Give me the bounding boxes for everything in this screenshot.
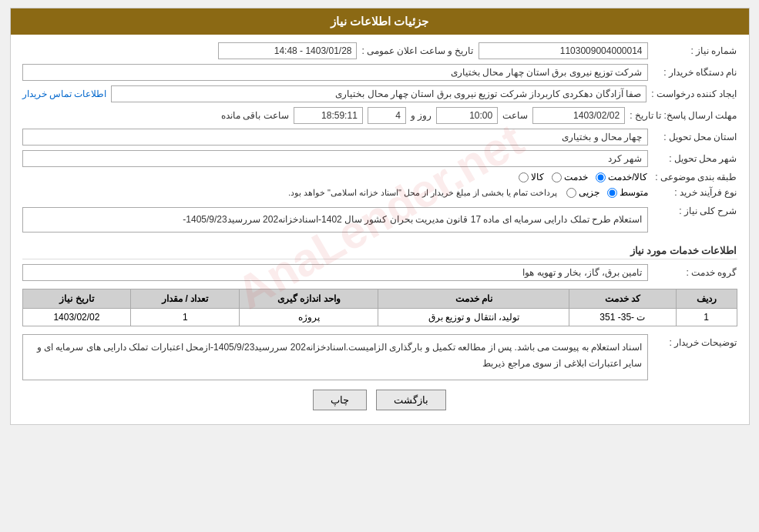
- need-description-text: استعلام طرح تملک دارایی سرمایه ای ماده 1…: [22, 207, 648, 233]
- category-goods-radio[interactable]: [519, 172, 529, 182]
- category-service-label: خدمت: [564, 172, 588, 182]
- deadline-remaining-label: ساعت باقی مانده: [221, 110, 289, 121]
- table-row: 1ت -35- 351تولید، انتقال و توزیع برقپروژ…: [22, 309, 737, 326]
- province-value: چهار محال و بختیاری: [22, 129, 648, 146]
- deadline-days: 4: [368, 107, 406, 124]
- table-cell-qty: 1: [131, 309, 240, 326]
- date-announce-label: تاریخ و ساعت اعلان عمومی :: [361, 45, 473, 56]
- services-table-section: ردیف کد خدمت نام خدمت واحد اندازه گیری ت…: [22, 289, 737, 326]
- contact-link[interactable]: اطلاعات تماس خریدار: [22, 89, 107, 99]
- deadline-time-label: ساعت: [502, 110, 528, 121]
- process-medium[interactable]: متوسط: [607, 187, 648, 198]
- process-row: نوع فرآیند خرید : جزیی متوسط پرداخت تمام…: [22, 187, 737, 198]
- table-cell-unit: پروژه: [240, 309, 378, 326]
- city-row: شهر محل تحویل : شهر کرد: [22, 150, 737, 167]
- need-description-row: شرح کلی نیاز : استعلام طرح تملک دارایی س…: [22, 202, 737, 237]
- service-group-value: تامین برق، گاز، بخار و تهویه هوا: [22, 264, 648, 281]
- province-row: استان محل تحویل : چهار محال و بختیاری: [22, 129, 737, 146]
- city-value: شهر کرد: [22, 150, 648, 167]
- requester-row: ایجاد کننده درخواست : صفا آزادگان دهکردی…: [22, 85, 737, 102]
- col-row: ردیف: [676, 289, 737, 309]
- requester-value: صفا آزادگان دهکردی کاربرداز شرکت توزیع ن…: [111, 85, 646, 102]
- services-table: ردیف کد خدمت نام خدمت واحد اندازه گیری ت…: [22, 289, 737, 326]
- category-both-radio[interactable]: [596, 172, 606, 182]
- col-code: کد خدمت: [569, 289, 676, 309]
- buyer-org-value: شرکت توزیع نیروی برق استان چهار محال بخت…: [22, 64, 648, 81]
- category-goods-label: کالا: [531, 172, 544, 182]
- button-row: بازگشت چاپ: [22, 390, 737, 410]
- deadline-day-label: روز و: [411, 110, 432, 121]
- col-qty: تعداد / مقدار: [131, 289, 240, 309]
- process-note: پرداخت تمام یا بخشی از مبلغ خریدار از مح…: [288, 188, 558, 198]
- page-container: AnaLender.net جزئیات اطلاعات نیاز شماره …: [10, 8, 750, 425]
- service-group-label: گروه خدمت :: [653, 267, 737, 278]
- category-service[interactable]: خدمت: [552, 172, 588, 182]
- date-announce-value: 1403/01/28 - 14:48: [218, 42, 357, 59]
- province-label: استان محل تحویل :: [653, 132, 737, 142]
- category-service-radio[interactable]: [552, 172, 562, 182]
- col-date: تاریخ نیاز: [22, 289, 131, 309]
- city-label: شهر محل تحویل :: [653, 153, 737, 164]
- deadline-row: مهلت ارسال پاسخ: تا تاریخ : 1403/02/02 س…: [22, 107, 737, 124]
- process-medium-label: متوسط: [620, 187, 648, 198]
- page-header: جزئیات اطلاعات نیاز: [11, 8, 749, 35]
- col-name: نام خدمت: [378, 289, 569, 309]
- deadline-label: مهلت ارسال پاسخ: تا تاریخ :: [630, 110, 737, 121]
- print-button[interactable]: چاپ: [313, 390, 367, 410]
- page-content: شماره نیاز : 1103009004000014 تاریخ و سا…: [11, 35, 749, 424]
- category-goods[interactable]: کالا: [519, 172, 544, 182]
- category-row: طبقه بندی موضوعی : کالا خدمت کالا/خدمت: [22, 172, 737, 182]
- category-label: طبقه بندی موضوعی :: [653, 172, 737, 182]
- table-cell-name: تولید، انتقال و توزیع برق: [378, 309, 569, 326]
- process-label: نوع فرآیند خرید :: [653, 187, 737, 198]
- process-partial[interactable]: جزیی: [566, 187, 599, 198]
- table-cell-code: ت -35- 351: [569, 309, 676, 326]
- order-date-row: شماره نیاز : 1103009004000014 تاریخ و سا…: [22, 42, 737, 59]
- category-both[interactable]: کالا/خدمت: [596, 172, 647, 182]
- services-section-title: اطلاعات خدمات مورد نیاز: [22, 245, 737, 259]
- buyer-notes-text: اسناد استعلام به پیوست می باشد. پس از مط…: [22, 334, 648, 380]
- process-partial-label: جزیی: [579, 187, 599, 198]
- page-title: جزئیات اطلاعات نیاز: [331, 15, 428, 28]
- deadline-time: 10:00: [436, 107, 498, 124]
- deadline-remaining: 18:59:11: [294, 107, 363, 124]
- process-partial-radio[interactable]: [566, 188, 576, 198]
- need-description-label: شرح کلی نیاز :: [653, 202, 737, 216]
- order-number-value: 1103009004000014: [479, 42, 648, 59]
- table-cell-row: 1: [676, 309, 737, 326]
- service-group-row: گروه خدمت : تامین برق، گاز، بخار و تهویه…: [22, 264, 737, 281]
- process-radio-group: جزیی متوسط: [566, 187, 648, 198]
- requester-label: ایجاد کننده درخواست :: [651, 89, 737, 99]
- deadline-date: 1403/02/02: [532, 107, 625, 124]
- category-radio-group: کالا خدمت کالا/خدمت: [519, 172, 647, 182]
- buyer-org-label: نام دستگاه خریدار :: [653, 67, 737, 78]
- buyer-notes-label: توضیحات خریدار :: [653, 334, 737, 348]
- buyer-org-row: نام دستگاه خریدار : شرکت توزیع نیروی برق…: [22, 64, 737, 81]
- table-cell-date: 1403/02/02: [22, 309, 131, 326]
- back-button[interactable]: بازگشت: [376, 390, 446, 410]
- order-number-label: شماره نیاز :: [653, 45, 737, 56]
- col-unit: واحد اندازه گیری: [240, 289, 378, 309]
- process-medium-radio[interactable]: [607, 188, 617, 198]
- category-both-label: کالا/خدمت: [608, 172, 647, 182]
- buyer-notes-row: توضیحات خریدار : اسناد استعلام به پیوست …: [22, 334, 737, 380]
